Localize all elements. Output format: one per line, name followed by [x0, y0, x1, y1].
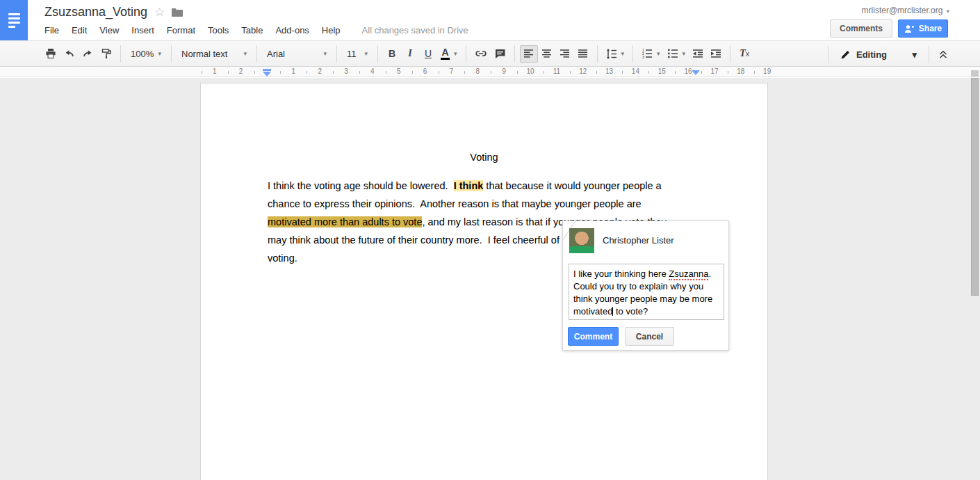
comment-input[interactable]: I like your thinking here Zsuzanna. Coul… — [569, 264, 724, 320]
menu-insert[interactable]: Insert — [125, 25, 161, 35]
scrollbar-thumb[interactable] — [971, 78, 979, 296]
font-size-select[interactable]: 11▾ — [342, 45, 373, 63]
ruler-label: 8 — [476, 67, 480, 75]
scrollbar-top[interactable] — [971, 70, 979, 77]
ruler-tick — [491, 71, 491, 74]
comment-cancel-button[interactable]: Cancel — [625, 327, 674, 346]
ruler-label: 1 — [292, 67, 296, 75]
ruler: 2112345678910111213141516171819 — [0, 67, 980, 77]
toolbar-separator — [466, 45, 466, 63]
toolbar-separator — [597, 45, 598, 63]
ruler-tick — [517, 71, 518, 74]
ruler-tick — [439, 71, 439, 74]
google-docs-app: Zsuzsanna_Voting ☆ File Edit View Insert… — [0, 0, 980, 480]
align-left-button[interactable] — [520, 45, 538, 63]
right-indent-marker[interactable] — [692, 70, 700, 75]
menu-format[interactable]: Format — [161, 25, 202, 35]
ruler-label: 13 — [605, 67, 613, 75]
ruler-label: 4 — [370, 67, 375, 75]
text-run: I think the voting age should be lowered… — [268, 180, 454, 191]
ruler-tick — [622, 71, 623, 74]
ruler-label: 14 — [632, 67, 639, 75]
font-family-select[interactable]: Arial▾ — [262, 45, 332, 63]
document-title-field[interactable]: Zsuzsanna_Voting — [44, 5, 147, 19]
insert-comment-button[interactable] — [491, 45, 509, 63]
align-justify-button[interactable] — [574, 45, 592, 63]
ruler-tick — [333, 71, 334, 74]
account-menu[interactable]: mrlister@mrclister.org▾ — [862, 6, 949, 15]
ruler-label: 1 — [213, 67, 217, 75]
chevron-down-icon: ▾ — [323, 50, 327, 57]
ruler-label: 16 — [685, 67, 692, 75]
paint-format-button[interactable] — [97, 45, 115, 63]
save-status: All changes saved in Drive — [362, 25, 468, 35]
comments-button[interactable]: Comments — [830, 19, 892, 38]
italic-button[interactable]: I — [401, 45, 419, 63]
underline-button[interactable]: U — [419, 45, 437, 63]
text-color-button[interactable]: A ▾ — [437, 45, 461, 63]
ruler-label: 19 — [763, 67, 771, 75]
toolbar-right: Editing ▾ — [823, 41, 980, 67]
insert-link-button[interactable] — [471, 45, 491, 63]
bold-button[interactable]: B — [383, 45, 401, 63]
menu-file[interactable]: File — [43, 25, 65, 35]
decrease-indent-button[interactable] — [689, 45, 707, 63]
document-heading: Voting — [201, 152, 767, 163]
star-icon[interactable]: ☆ — [154, 6, 165, 18]
menu-edit[interactable]: Edit — [65, 25, 93, 35]
align-right-button[interactable] — [556, 45, 574, 63]
comment-submit-button[interactable]: Comment — [568, 327, 619, 346]
chevron-down-icon: ▾ — [912, 49, 917, 60]
ruler-tick — [228, 71, 229, 74]
paragraph-line: I think the voting age should be lowered… — [268, 177, 712, 195]
clear-formatting-button[interactable]: Tx — [735, 45, 753, 63]
menu-view[interactable]: View — [93, 25, 125, 35]
align-center-button[interactable] — [538, 45, 556, 63]
comment-box: Christopher Lister I like your thinking … — [562, 221, 729, 351]
collapse-toolbar-button[interactable] — [934, 46, 952, 63]
docs-logo-icon[interactable] — [0, 0, 28, 40]
active-comment-anchor-highlight[interactable]: motivated more than adults to vote — [268, 216, 422, 227]
ruler-label: 6 — [423, 67, 427, 75]
avatar — [569, 228, 594, 253]
text-run: voting. — [268, 253, 297, 264]
numbered-list-button[interactable]: 123 ▾ — [638, 45, 664, 63]
editing-mode-select[interactable]: Editing ▾ — [833, 49, 924, 60]
menu-help[interactable]: Help — [316, 25, 347, 35]
ruler-tick — [307, 71, 307, 74]
chevron-down-icon: ▾ — [946, 8, 949, 15]
chevron-down-icon: ▾ — [364, 50, 368, 57]
comment-anchor-highlight[interactable]: I think — [454, 180, 484, 191]
ruler-label: 7 — [450, 67, 454, 75]
left-indent-marker[interactable] — [263, 69, 271, 77]
increase-indent-button[interactable] — [707, 45, 725, 63]
toolbar-separator — [256, 45, 257, 63]
chevron-down-icon: ▾ — [454, 50, 457, 57]
toolbar-separator — [929, 46, 929, 63]
ruler-label: 12 — [579, 67, 587, 75]
bulleted-list-button[interactable]: ▾ — [664, 45, 689, 63]
toolbar-separator — [336, 45, 337, 63]
folder-icon[interactable] — [172, 8, 183, 17]
menu-add-ons[interactable]: Add-ons — [269, 25, 315, 35]
print-button[interactable] — [42, 45, 60, 63]
menu-tools[interactable]: Tools — [202, 25, 235, 35]
ruler-tick — [544, 71, 544, 74]
paragraph-style-select[interactable]: Normal text▾ — [177, 45, 252, 63]
ruler-tick — [202, 71, 202, 74]
account-email: mrlister@mrclister.org — [862, 6, 943, 15]
zoom-select[interactable]: 100%▾ — [126, 45, 166, 63]
pencil-icon — [840, 49, 851, 60]
ruler-tick — [648, 71, 649, 74]
redo-button[interactable] — [79, 45, 97, 63]
chevron-down-icon: ▾ — [683, 50, 686, 57]
undo-button[interactable] — [60, 45, 79, 63]
person-plus-icon — [904, 24, 915, 33]
menu-table[interactable]: Table — [235, 25, 269, 35]
toolbar: 100%▾ Normal text▾ Arial▾ 11▾ B I U A ▾ — [0, 40, 980, 67]
line-spacing-button[interactable]: ▾ — [603, 45, 628, 63]
ruler-tick — [675, 71, 676, 74]
ruler-tick — [596, 71, 597, 74]
ruler-label: 9 — [502, 67, 506, 75]
share-button[interactable]: Share — [898, 19, 948, 38]
